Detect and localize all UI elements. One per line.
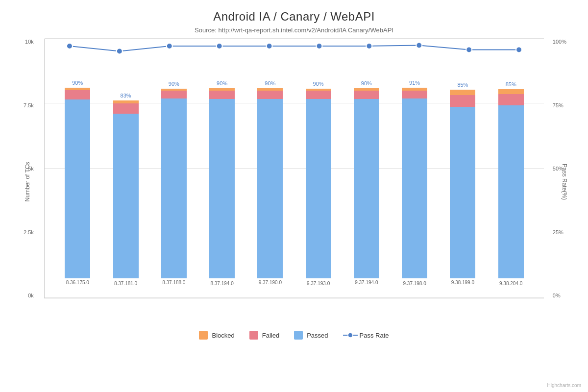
x-label-bottom: 9.37.193.0	[307, 281, 330, 286]
bar-passed	[113, 114, 139, 278]
bar-group: 90%	[156, 81, 192, 278]
bar-failed	[450, 95, 475, 107]
x-label-group: 8.37.181.0	[108, 278, 144, 298]
x-label-group: 9.38.199.0	[445, 278, 480, 298]
x-label-top: 9.37.190.0	[259, 280, 282, 285]
bar-stack	[113, 100, 139, 278]
chart-title: Android IA / Canary / WebAPI	[5, 10, 583, 24]
bar-passed	[161, 98, 187, 278]
bar-failed	[209, 91, 235, 99]
bar-failed	[498, 94, 524, 105]
legend-passed-box	[294, 331, 303, 340]
x-label-group: 8.37.188.0	[156, 278, 192, 298]
x-label-top: 9.37.194.0	[355, 280, 378, 285]
y-tick-0k: 0k	[28, 293, 34, 298]
pass-rate-label: 83%	[121, 93, 131, 98]
x-label-top: 9.38.199.0	[451, 280, 474, 285]
legend-passrate: Pass Rate	[343, 331, 389, 340]
bar-stack	[65, 88, 90, 278]
bar-group: 90%	[301, 81, 336, 278]
chart-subtitle: Source: http://wrt-qa-report.sh.intel.co…	[5, 26, 583, 34]
y-tick-75k: 7.5k	[24, 102, 34, 108]
legend-failed: Failed	[249, 331, 279, 340]
bar-passed	[498, 105, 524, 278]
legend-passed-label: Passed	[307, 332, 328, 339]
bar-passed	[209, 99, 235, 278]
bar-failed	[113, 103, 139, 114]
pass-rate-label: 85%	[457, 82, 468, 88]
bar-passed	[65, 99, 90, 278]
bar-stack	[354, 88, 379, 278]
bar-group: 90%	[204, 80, 240, 278]
bar-blocked	[450, 90, 475, 95]
credits: Highcharts.com	[547, 383, 581, 388]
x-label-group: 9.37.193.0	[301, 278, 336, 298]
bar-group: 85%	[445, 82, 480, 278]
pass-rate-label: 91%	[409, 80, 420, 86]
bar-passed	[257, 99, 283, 278]
bar-group: 85%	[493, 81, 529, 278]
bar-group: 90%	[349, 80, 384, 278]
pass-rate-label: 90%	[313, 81, 324, 87]
x-label-bottom: 9.37.198.0	[403, 281, 426, 286]
legend-passed: Passed	[294, 331, 328, 340]
x-label-group: 9.37.198.0	[397, 278, 432, 298]
x-label-group: 8.36.175.0	[60, 278, 95, 298]
legend-failed-label: Failed	[262, 332, 279, 339]
pass-rate-label: 90%	[217, 80, 227, 86]
bar-failed	[354, 91, 379, 99]
x-label-group: 9.37.190.0	[252, 278, 288, 298]
bar-passed	[402, 98, 427, 278]
pass-rate-label: 90%	[169, 81, 179, 87]
y-tick-0pct: 0%	[553, 293, 561, 298]
pass-rate-label: 90%	[361, 80, 372, 86]
bar-stack	[257, 88, 283, 278]
bar-stack	[161, 89, 187, 278]
bar-failed	[65, 90, 90, 99]
x-label-group: 9.38.204.0	[493, 278, 529, 298]
pass-rate-label: 90%	[72, 80, 83, 86]
bar-stack	[306, 89, 331, 278]
x-label-top: 8.37.188.0	[162, 280, 185, 285]
x-label-top: 8.36.175.0	[66, 280, 89, 285]
bar-failed	[257, 91, 283, 99]
bar-stack	[209, 88, 235, 278]
legend-passrate-label: Pass Rate	[360, 332, 389, 339]
bar-failed	[306, 91, 331, 99]
bar-passed	[354, 99, 379, 278]
y-tick-25pct: 25%	[553, 229, 564, 235]
bar-passed	[306, 99, 331, 278]
bar-failed	[402, 91, 427, 98]
y-tick-5k: 5k	[28, 166, 34, 172]
legend-blocked: Blocked	[199, 331, 234, 340]
legend-blocked-label: Blocked	[212, 332, 234, 339]
svg-point-11	[348, 333, 353, 338]
chart-container: Android IA / Canary / WebAPI Source: htt…	[0, 0, 588, 392]
pass-rate-label: 90%	[265, 80, 275, 86]
y-tick-75pct: 75%	[553, 102, 564, 108]
bar-group: 90%	[252, 80, 288, 278]
x-label-bottom: 8.37.181.0	[114, 281, 137, 286]
y-tick-25k: 2.5k	[24, 229, 34, 235]
legend-failed-box	[249, 331, 258, 340]
bar-blocked	[498, 89, 524, 94]
pass-rate-label: 85%	[506, 81, 516, 87]
y-tick-100pct: 100%	[553, 39, 566, 45]
x-label-bottom: 8.37.194.0	[210, 281, 233, 286]
bar-stack	[402, 88, 427, 278]
x-label-bottom: 9.38.204.0	[499, 281, 522, 286]
x-label-group: 9.37.194.0	[349, 278, 384, 298]
bar-stack	[450, 90, 475, 278]
y-tick-50pct: 50%	[553, 166, 564, 172]
x-label-group: 8.37.194.0	[204, 278, 240, 298]
legend: Blocked Failed Passed Pass Rate	[5, 326, 583, 344]
bar-failed	[161, 91, 187, 98]
bar-group: 91%	[397, 80, 432, 278]
y-tick-10k: 10k	[25, 39, 34, 45]
bar-group: 90%	[60, 80, 95, 278]
legend-blocked-box	[199, 331, 208, 340]
bar-group: 83%	[108, 93, 144, 278]
bar-stack	[498, 89, 524, 278]
legend-passrate-icon	[343, 331, 358, 340]
bar-passed	[450, 107, 475, 278]
